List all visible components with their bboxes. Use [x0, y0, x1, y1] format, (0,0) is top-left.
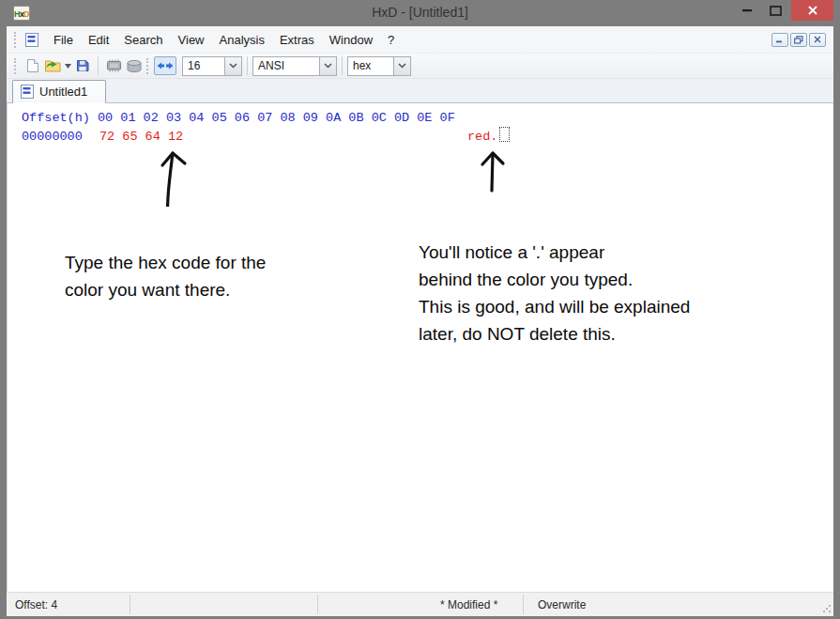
save-icon	[75, 58, 90, 73]
menu-search[interactable]: Search	[116, 29, 170, 51]
client-area: File Edit Search View Analysis Extras Wi…	[7, 26, 833, 616]
toolbar-separator	[247, 56, 248, 75]
hex-column-header: Offset(h) 00 01 02 03 04 05 06 07 08 09 …	[22, 110, 455, 127]
status-bar: Offset: 4 * Modified * Overwrite	[7, 592, 833, 616]
close-icon	[807, 5, 818, 16]
hex-row-offset: 00000000	[22, 129, 83, 146]
dropdown-caret-icon	[65, 64, 71, 69]
left-right-arrows-icon	[157, 60, 174, 71]
menu-window[interactable]: Window	[322, 29, 380, 51]
hex-row-text[interactable]: red.	[467, 129, 497, 146]
menu-edit[interactable]: Edit	[81, 29, 116, 51]
disk-drive-icon	[126, 59, 143, 73]
menu-help[interactable]: ?	[380, 29, 402, 51]
statusbar-separator	[523, 595, 524, 614]
annotation-line: You'll notice a '.' appear	[419, 239, 690, 266]
minimize-icon	[741, 8, 753, 12]
title-bar[interactable]: H x D HxD - [Untitled1]	[0, 0, 840, 26]
save-button[interactable]	[72, 55, 93, 76]
resize-grip[interactable]	[822, 604, 832, 613]
mdi-minimize-icon	[776, 36, 784, 43]
encoding-select[interactable]: ANSI	[252, 56, 337, 76]
toolbar2-grip-handle[interactable]	[146, 58, 149, 74]
memory-chip-icon	[105, 59, 123, 72]
combo-arrow-button[interactable]	[393, 57, 410, 75]
tab-strip: Untitled1	[7, 79, 833, 103]
menu-extras[interactable]: Extras	[272, 29, 322, 51]
combo-arrow-button[interactable]	[224, 57, 241, 75]
open-file-button[interactable]	[42, 55, 63, 76]
tab-label: Untitled1	[39, 85, 87, 99]
open-file-dropdown[interactable]	[63, 55, 72, 76]
new-file-icon	[25, 58, 39, 73]
chevron-down-icon	[398, 63, 406, 69]
toolbar-separator	[98, 56, 99, 75]
annotation-line: behind the color you typed.	[419, 266, 690, 293]
open-disk-button[interactable]	[124, 55, 145, 76]
new-file-button[interactable]	[22, 55, 42, 76]
chevron-down-icon	[324, 63, 332, 69]
annotation-line: Type the hex code for the	[65, 249, 266, 276]
right-arrow-head	[482, 153, 503, 164]
bytes-per-row-value: 16	[183, 59, 224, 72]
annotation-line: color you want there.	[65, 276, 266, 303]
close-button[interactable]	[791, 0, 833, 21]
annotation-line: later, do NOT delete this.	[419, 320, 690, 348]
window-title: HxD - [Untitled1]	[0, 5, 840, 20]
offset-base-value: hex	[348, 59, 393, 72]
maximize-icon	[770, 6, 782, 16]
combo-arrow-button[interactable]	[319, 57, 336, 75]
hex-row-bytes[interactable]: 72 65 64 12	[99, 129, 183, 146]
left-arrow-head	[162, 153, 185, 165]
tab-untitled1[interactable]: Untitled1	[12, 80, 106, 103]
document-icon	[25, 33, 38, 47]
right-arrow-shaft	[492, 153, 493, 191]
hex-editor-area[interactable]: Offset(h) 00 01 02 03 04 05 06 07 08 09 …	[7, 103, 833, 592]
open-ram-button[interactable]	[103, 55, 124, 76]
mdi-restore-button[interactable]	[790, 33, 807, 47]
menu-view[interactable]: View	[171, 29, 212, 51]
menu-analysis[interactable]: Analysis	[212, 29, 272, 51]
annotation-line: This is good, and will be explained	[419, 293, 690, 320]
annotation-right: You'll notice a '.' appear behind the co…	[419, 239, 690, 348]
mdi-restore-icon	[794, 36, 803, 44]
encoding-value: ANSI	[253, 59, 319, 72]
chevron-down-icon	[229, 63, 237, 69]
mdi-close-icon	[814, 36, 821, 43]
maximize-button[interactable]	[764, 0, 787, 21]
offset-base-select[interactable]: hex	[347, 56, 411, 76]
toolbar-separator	[342, 56, 343, 75]
toolbar: 16 ANSI hex	[7, 54, 833, 79]
statusbar-separator	[317, 595, 318, 614]
bytes-per-row-button[interactable]	[154, 56, 176, 75]
mdi-minimize-button[interactable]	[771, 33, 788, 47]
minimize-button[interactable]	[736, 0, 758, 21]
document-icon	[21, 85, 34, 99]
status-modified: * Modified *	[440, 598, 497, 611]
mdi-close-button[interactable]	[809, 33, 826, 47]
menu-file[interactable]: File	[46, 29, 81, 51]
text-caret	[499, 127, 510, 142]
status-write-mode[interactable]: Overwrite	[538, 598, 586, 611]
statusbar-separator	[130, 595, 130, 614]
app-window: H x D HxD - [Untitled1] File Edit	[0, 0, 840, 619]
menubar-grip-handle[interactable]	[14, 32, 17, 48]
menu-bar: File Edit Search View Analysis Extras Wi…	[7, 26, 833, 54]
status-offset: Offset: 4	[15, 598, 57, 611]
toolbar-grip-handle[interactable]	[14, 58, 17, 74]
open-file-icon	[44, 58, 62, 73]
left-arrow-shaft	[167, 153, 173, 207]
mdi-window-buttons	[771, 33, 826, 47]
annotation-left: Type the hex code for the color you want…	[65, 249, 266, 303]
bytes-per-row-select[interactable]: 16	[182, 56, 242, 76]
